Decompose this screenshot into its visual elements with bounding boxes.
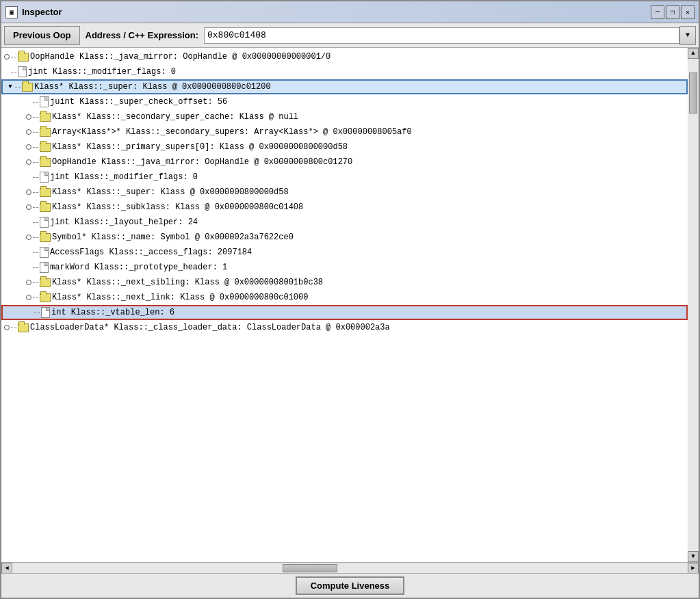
circle-dot-icon: [4, 325, 10, 330]
row-text: jint Klass::_modifier_flags: 0: [50, 172, 198, 182]
tree-row[interactable]: AccessFlags Klass::_access_flags: 209718…: [1, 245, 688, 260]
row-text: OopHandle Klass::_java_mirror: OopHandle…: [52, 157, 352, 167]
tree-connector: [33, 297, 38, 298]
tree-inner: OopHandle Klass::_java_mirror: OopHandle…: [1, 48, 688, 336]
row-text: Array<Klass*>* Klass::_secondary_supers:…: [52, 127, 412, 137]
row-text: Klass* Klass::_primary_supers[0]: Klass …: [52, 142, 348, 152]
tree-connector: [33, 207, 38, 208]
tree-connector: [33, 252, 38, 253]
row-text: Klass* Klass::_super: Klass @ 0x00000008…: [52, 187, 289, 197]
circle-dot-icon: [26, 235, 31, 240]
scroll-thumb-vertical[interactable]: [689, 72, 697, 114]
expand-icon[interactable]: ▼: [5, 82, 15, 92]
scroll-up-button[interactable]: ▲: [688, 48, 699, 59]
tree-connector: [33, 192, 38, 193]
row-text: jint Klass::_modifier_flags: 0: [28, 67, 176, 77]
tree-row[interactable]: ClassLoaderData* Klass::_class_loader_da…: [1, 320, 688, 335]
tree-connector: [33, 177, 38, 178]
tree-row[interactable]: Klass* Klass::_super: Klass @ 0x00000008…: [1, 185, 688, 200]
circle-dot-icon: [26, 295, 31, 300]
circle-dot-icon: [4, 54, 10, 59]
circle-dot-icon: [26, 114, 31, 120]
tree-row[interactable]: Klass* Klass::_primary_supers[0]: Klass …: [1, 139, 688, 155]
vertical-scrollbar[interactable]: ▲ ▼: [688, 48, 699, 562]
scroll-track-horizontal[interactable]: [12, 563, 688, 573]
tree-row[interactable]: OopHandle Klass::_java_mirror: OopHandle…: [1, 49, 688, 64]
file-icon: [40, 217, 49, 228]
tree-row[interactable]: jint Klass::_modifier_flags: 0: [1, 170, 688, 185]
tree-row[interactable]: ▼Klass* Klass::_super: Klass @ 0x0000000…: [1, 79, 688, 94]
tree-connector: [33, 162, 38, 163]
file-icon: [40, 96, 49, 107]
tree-row[interactable]: markWord Klass::_prototype_header: 1: [1, 260, 688, 275]
tree-row[interactable]: jint Klass::_layout_helper: 24: [1, 215, 688, 230]
row-text: AccessFlags Klass::_access_flags: 209718…: [50, 248, 252, 257]
scroll-down-button[interactable]: ▼: [688, 551, 699, 562]
tree-connector: [11, 72, 16, 72]
tree-connector: [11, 57, 16, 57]
title-bar-left: ▣ Inspector: [5, 6, 62, 18]
address-label: Address / C++ Expression:: [80, 30, 204, 40]
circle-dot-icon: [26, 280, 31, 285]
row-text: jint Klass::_layout_helper: 24: [50, 217, 198, 227]
row-text: Klass* Klass::_next_sibling: Klass @ 0x0…: [52, 278, 323, 287]
folder-icon: [40, 293, 51, 302]
close-button[interactable]: ✕: [681, 5, 695, 19]
tree-row[interactable]: OopHandle Klass::_java_mirror: OopHandle…: [1, 155, 688, 170]
tree-row[interactable]: Klass* Klass::_secondary_super_cache: Kl…: [1, 109, 688, 124]
folder-icon: [40, 113, 51, 122]
restore-button[interactable]: ❐: [666, 5, 679, 19]
address-dropdown-button[interactable]: ▼: [679, 26, 696, 45]
row-text: Klass* Klass::_super: Klass @ 0x00000008…: [34, 82, 271, 92]
file-icon: [41, 307, 50, 318]
row-text: Klass* Klass::_subklass: Klass @ 0x00000…: [52, 202, 303, 212]
tree-row[interactable]: int Klass::_vtable_len: 6: [1, 305, 688, 320]
folder-icon: [40, 143, 51, 152]
folder-icon: [40, 128, 51, 137]
file-icon: [40, 172, 49, 183]
folder-icon: [40, 203, 51, 212]
row-text: Klass* Klass::_secondary_super_cache: Kl…: [52, 112, 298, 122]
scroll-thumb-horizontal[interactable]: [283, 564, 337, 572]
horizontal-scrollbar[interactable]: ◀ ▶: [1, 562, 699, 573]
tree-connector: [33, 102, 38, 103]
window-title: Inspector: [22, 7, 62, 17]
tree-row[interactable]: Symbol* Klass::_name: Symbol @ 0x000002a…: [1, 230, 688, 245]
tree-row[interactable]: Klass* Klass::_next_link: Klass @ 0x0000…: [1, 290, 688, 305]
compute-liveness-button[interactable]: Compute Liveness: [296, 576, 405, 595]
folder-icon: [18, 323, 29, 332]
tree-row[interactable]: Klass* Klass::_next_sibling: Klass @ 0x0…: [1, 275, 688, 290]
window-icon: ▣: [5, 6, 18, 18]
title-bar: ▣ Inspector ─ ❐ ✕: [1, 1, 699, 23]
tree-connector: [33, 147, 38, 148]
tree-row[interactable]: jint Klass::_modifier_flags: 0: [1, 64, 688, 79]
address-input[interactable]: [204, 27, 679, 44]
folder-icon: [40, 158, 51, 167]
minimize-button[interactable]: ─: [651, 5, 664, 19]
tree-row[interactable]: Klass* Klass::_subklass: Klass @ 0x00000…: [1, 200, 688, 215]
row-text: OopHandle Klass::_java_mirror: OopHandle…: [30, 52, 330, 62]
tree-connector: [33, 267, 38, 268]
row-text: Klass* Klass::_next_link: Klass @ 0x0000…: [52, 293, 308, 302]
circle-dot-icon: [26, 129, 31, 135]
scroll-left-button[interactable]: ◀: [1, 563, 12, 574]
toolbar: Previous Oop Address / C++ Expression: ▼: [1, 23, 699, 48]
row-text: int Klass::_vtable_len: 6: [51, 308, 174, 317]
tree-row[interactable]: juint Klass::_super_check_offset: 56: [1, 94, 688, 109]
scroll-right-button[interactable]: ▶: [688, 563, 699, 574]
folder-icon: [18, 53, 29, 62]
scroll-track-vertical[interactable]: [688, 59, 698, 551]
bottom-bar: Compute Liveness: [1, 573, 699, 598]
tree-connector: [33, 117, 38, 118]
folder-icon: [40, 233, 51, 242]
tree-connector: [34, 312, 40, 313]
circle-dot-icon: [26, 204, 31, 210]
prev-oop-button[interactable]: Previous Oop: [4, 26, 80, 45]
tree-connector: [11, 328, 16, 328]
row-text: ClassLoaderData* Klass::_class_loader_da…: [30, 323, 390, 332]
tree-container[interactable]: OopHandle Klass::_java_mirror: OopHandle…: [1, 48, 688, 562]
folder-icon: [40, 188, 51, 197]
tree-row[interactable]: Array<Klass*>* Klass::_secondary_supers:…: [1, 124, 688, 139]
row-text: Symbol* Klass::_name: Symbol @ 0x000002a…: [52, 232, 294, 242]
folder-icon: [22, 83, 33, 92]
